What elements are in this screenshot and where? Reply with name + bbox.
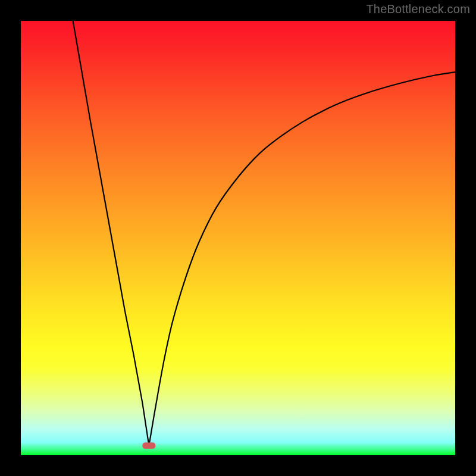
curve-left-branch: [73, 21, 149, 446]
curve-group: [73, 21, 455, 449]
chart-frame: TheBottleneck.com: [0, 0, 476, 476]
curve-svg: [21, 21, 455, 455]
minimum-marker: [142, 442, 155, 449]
curve-right-branch: [149, 72, 455, 446]
watermark-text: TheBottleneck.com: [366, 2, 470, 16]
plot-area: [21, 21, 455, 455]
